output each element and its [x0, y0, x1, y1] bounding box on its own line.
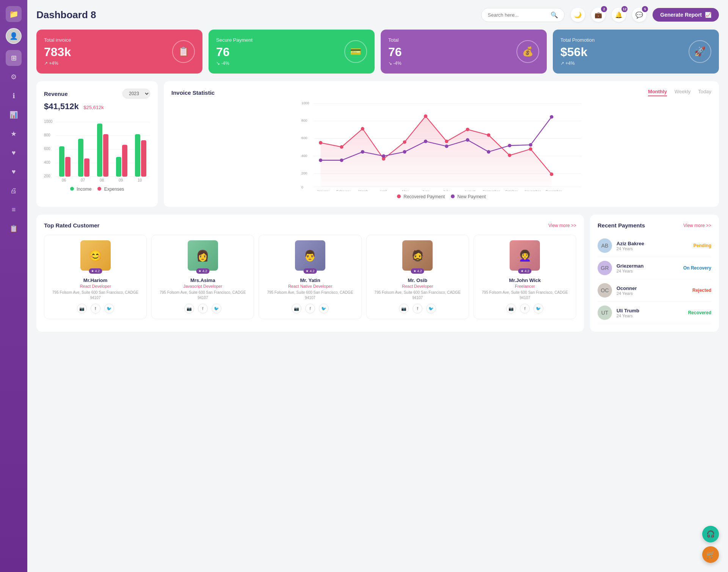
payment-status-0: Pending [693, 243, 711, 248]
search-bar[interactable]: 🔍 [481, 8, 565, 22]
customer-name-3: Mr. Osib [370, 277, 465, 283]
payment-avatar-3: UT [598, 306, 612, 320]
svg-text:September: September [483, 190, 500, 191]
facebook-icon-1[interactable]: f [198, 304, 208, 313]
svg-text:January: January [317, 190, 329, 191]
twitter-icon-0[interactable]: 🐦 [104, 304, 114, 313]
tab-monthly[interactable]: Monthly [648, 89, 667, 96]
stat-label-promo: Total Promotion [560, 37, 595, 43]
svg-text:10: 10 [138, 178, 142, 182]
revenue-chart-header: Revenue 2023 2022 2021 [44, 89, 150, 99]
page-title: Dashboard 8 [36, 9, 96, 21]
payments-view-more[interactable]: View more >> [683, 223, 711, 228]
dashboard-icon: ⊞ [11, 54, 17, 62]
revenue-sub-value: $25,612k [83, 105, 104, 110]
instagram-icon-3[interactable]: 📷 [399, 304, 409, 313]
sidebar-item-menu[interactable]: ≡ [6, 202, 22, 218]
sidebar-logo[interactable]: 📁 [6, 6, 22, 22]
search-icon: 🔍 [551, 11, 558, 19]
svg-point-47 [529, 147, 532, 151]
payment-info-2: Oconner 24 Years [617, 285, 688, 296]
instagram-icon-2[interactable]: 📷 [292, 304, 301, 313]
customer-socials-0: 📷 f 🐦 [48, 304, 143, 313]
customer-addr-2: 795 Folsom Ave, Suite 600 San Francisco,… [263, 290, 357, 301]
generate-report-button[interactable]: Generate Report 📈 [653, 8, 719, 22]
line-chart-svg: 1000 800 600 400 200 0 [171, 100, 711, 191]
invoice-tabs: Monthly Weekly Today [648, 89, 711, 96]
sidebar-item-dashboard[interactable]: ⊞ [6, 50, 22, 66]
twitter-icon-3[interactable]: 🐦 [426, 304, 436, 313]
facebook-icon-2[interactable]: f [305, 304, 315, 313]
svg-text:800: 800 [301, 119, 307, 122]
twitter-icon-4[interactable]: 🐦 [533, 304, 543, 313]
sidebar-item-favorites[interactable]: ★ [6, 126, 22, 142]
twitter-icon-2[interactable]: 🐦 [319, 304, 329, 313]
instagram-icon-0[interactable]: 📷 [77, 304, 87, 313]
generate-report-label: Generate Report [660, 12, 702, 18]
svg-point-52 [382, 154, 385, 158]
customer-addr-4: 795 Folsom Ave, Suite 600 San Francisco,… [478, 290, 572, 301]
svg-point-45 [487, 133, 490, 137]
search-input[interactable] [488, 12, 548, 18]
wallet-btn[interactable]: 💼 2 [591, 8, 606, 22]
customer-name-0: Mr.Hariom [48, 277, 143, 283]
twitter-icon-1[interactable]: 🐦 [212, 304, 221, 313]
user-avatar[interactable]: 👤 [6, 28, 22, 44]
svg-text:09: 09 [119, 178, 123, 182]
sidebar-item-list[interactable]: 📋 [6, 221, 22, 237]
stats-row: Total invoice 783k ↗ +4% 📋 Secure Paymen… [36, 30, 719, 74]
instagram-icon-4[interactable]: 📷 [506, 304, 516, 313]
facebook-icon-4[interactable]: f [520, 304, 530, 313]
year-select[interactable]: 2023 2022 2021 [122, 89, 150, 99]
svg-point-48 [550, 172, 553, 176]
customers-grid: 😊 ★ 4.2 Mr.Hariom React Developer 795 Fo… [44, 235, 576, 319]
facebook-icon-0[interactable]: f [91, 304, 100, 313]
svg-text:May: May [402, 190, 409, 191]
chat-float-btn[interactable]: 🎧 [702, 526, 719, 542]
customer-item-4: 👩‍🦱 ★ 4.2 Mr.John Wick Freelancer 795 Fo… [474, 235, 576, 319]
payment-name-1: Griezerman [617, 263, 679, 269]
sidebar-item-info[interactable]: ℹ [6, 88, 22, 104]
sidebar-item-settings[interactable]: ⚙ [6, 69, 22, 85]
bell-btn[interactable]: 🔔 12 [612, 8, 626, 22]
customer-rating-2: ★ 4.2 [303, 268, 317, 274]
tab-weekly[interactable]: Weekly [675, 89, 690, 96]
payment-age-3: 24 Years [617, 313, 684, 318]
customer-name-1: Mrs.Asima [155, 277, 250, 283]
svg-text:November: November [525, 190, 541, 191]
sidebar-item-liked2[interactable]: ♥ [6, 164, 22, 180]
svg-text:1000: 1000 [301, 101, 309, 105]
payment-status-3: Recovered [688, 310, 711, 315]
payment-avatar-2: OC [598, 283, 612, 298]
floating-buttons: 🎧 🛒 [702, 526, 719, 563]
top-customers-card: Top Rated Customer View more >> 😊 ★ 4.2 … [36, 215, 584, 332]
customer-role-3: React Developer [370, 284, 465, 288]
tab-today[interactable]: Today [698, 89, 711, 96]
cart-float-btn[interactable]: 🛒 [702, 546, 719, 563]
invoice-chart-header: Invoice Statistic Monthly Weekly Today [171, 89, 711, 96]
stat-card-total: Total 76 ↘ -4% 💰 [381, 30, 547, 74]
sidebar-item-liked[interactable]: ♥ [6, 145, 22, 161]
sidebar-item-print[interactable]: 🖨 [6, 183, 22, 199]
facebook-icon-3[interactable]: f [413, 304, 422, 313]
income-dot [70, 187, 74, 191]
svg-text:June: June [422, 190, 430, 191]
customer-rating-1: ★ 4.2 [196, 268, 209, 274]
instagram-icon-1[interactable]: 📷 [184, 304, 194, 313]
customer-socials-1: 📷 f 🐦 [155, 304, 250, 313]
chat-btn[interactable]: 💬 5 [632, 8, 646, 22]
svg-text:600: 600 [301, 136, 307, 140]
payment-info-3: Uli Trumb 24 Years [617, 308, 684, 318]
svg-rect-18 [135, 134, 140, 177]
logo-icon: 📁 [9, 9, 19, 19]
stat-card-promotion: Total Promotion $56k ↗ +4% 🚀 [553, 30, 719, 74]
customer-view-more[interactable]: View more >> [548, 223, 576, 228]
customer-rating-3: ★ 4.2 [411, 268, 424, 274]
svg-text:06: 06 [62, 178, 66, 182]
payment-item-3: UT Uli Trumb 24 Years Recovered [598, 302, 711, 324]
list-icon: 📋 [9, 224, 18, 233]
dark-mode-btn[interactable]: 🌙 [571, 8, 585, 22]
settings-icon: ⚙ [11, 73, 17, 81]
sidebar-item-analytics[interactable]: 📊 [6, 107, 22, 123]
stat-icon-secure: 💳 [344, 40, 367, 63]
